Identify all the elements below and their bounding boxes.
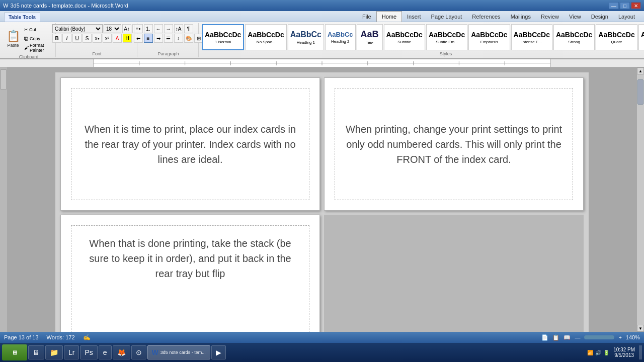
format-painter-button[interactable]: 🖌 Format Painter	[23, 44, 53, 52]
style-item-2[interactable]: AaBbCcHeading 1	[288, 24, 324, 50]
minimize-button[interactable]: —	[609, 2, 619, 9]
style-item-3[interactable]: AaBbCcHeading 2	[325, 24, 356, 50]
align-center-button[interactable]: ≡	[144, 34, 153, 43]
subscript-button[interactable]: x₂	[93, 34, 102, 43]
card-2[interactable]: When printing, change your print setting…	[324, 77, 584, 211]
font-name-select[interactable]: Calibri (Body)	[52, 24, 103, 33]
taskbar-chrome[interactable]: ⊙	[131, 345, 146, 359]
firefox-icon: 🦊	[117, 348, 126, 356]
taskbar-computer[interactable]: 🖥	[28, 345, 44, 359]
taskbar: ⊞ 🖥 📁 Lr Ps e 🦊 ⊙ W 3d5 note cards - tem…	[0, 343, 644, 362]
tab-page-layout[interactable]: Page Layout	[426, 12, 467, 22]
font-group: Calibri (Body) 18 A↑ A↓ B I U S x₂ x² A …	[57, 23, 137, 57]
card-3[interactable]: When that is done printing, take the sta…	[60, 215, 320, 332]
bullets-button[interactable]: ≡•	[134, 24, 143, 33]
style-item-1[interactable]: AaBbCcDcNo Spac...	[245, 24, 286, 50]
zoom-out-button[interactable]: —	[575, 334, 580, 340]
indent-decrease-button[interactable]: ←	[154, 24, 163, 33]
taskbar-vlc[interactable]: ▶	[211, 345, 226, 359]
style-item-4[interactable]: AaBTitle	[357, 24, 383, 50]
taskbar-folder[interactable]: 📁	[45, 345, 63, 359]
style-item-5[interactable]: AaBbCcDcSubtitle	[384, 24, 425, 50]
ie-icon: e	[103, 348, 107, 356]
sort-button[interactable]: ↕A	[174, 24, 183, 33]
close-button[interactable]: ✕	[631, 2, 641, 9]
underline-button[interactable]: U	[72, 34, 82, 43]
card-1[interactable]: When it is time to print, place our inde…	[60, 77, 320, 211]
bold-button[interactable]: B	[52, 34, 61, 43]
style-item-6[interactable]: AaBbCcDcSubtle Em...	[426, 24, 467, 50]
align-right-button[interactable]: ➡	[154, 34, 163, 43]
taskbar-lightroom[interactable]: Lr	[64, 345, 79, 359]
clipboard-group: 📋 Paste ✂ Cut ⿻ Copy 🖌 Format Painter Cl…	[2, 23, 56, 57]
paste-button[interactable]: 📋 Paste	[4, 24, 22, 53]
ribbon-tabs: Table Tools File Home Insert Page Layout…	[0, 11, 644, 22]
style-item-7[interactable]: AaBbCcDcEmphasis	[468, 24, 510, 50]
numbering-button[interactable]: 1.	[144, 24, 153, 33]
show-desktop-button[interactable]	[639, 345, 642, 359]
show-formatting-button[interactable]: ¶	[184, 24, 193, 33]
status-right: 📄 📋 📖 — + 140%	[541, 334, 640, 341]
taskbar-right: 📶 🔊 🔋 10:32 PM 9/5/2013	[587, 345, 642, 359]
cut-button[interactable]: ✂ Cut	[23, 26, 53, 34]
view-toggle[interactable]	[1, 69, 7, 89]
tab-insert[interactable]: Insert	[402, 12, 426, 22]
style-item-0[interactable]: AaBbCcDc1 Normal	[202, 24, 244, 50]
shading-button[interactable]: 🎨	[184, 34, 193, 43]
scroll-down-button[interactable]: ▼	[637, 325, 644, 332]
font-color-button[interactable]: A	[113, 34, 122, 43]
tab-design[interactable]: Design	[586, 12, 613, 22]
clipboard-label: Clipboard	[19, 53, 39, 59]
highlight-button[interactable]: H	[123, 34, 132, 43]
ruler	[0, 59, 644, 67]
scroll-knob[interactable]	[637, 79, 643, 105]
title-text: 3d5 note cards - template.docx - Microso…	[10, 3, 128, 9]
indent-increase-button[interactable]: →	[164, 24, 173, 33]
zoom-slider[interactable]	[584, 335, 614, 339]
tab-review[interactable]: Review	[536, 12, 564, 22]
clock[interactable]: 10:32 PM 9/5/2013	[613, 347, 635, 358]
ruler-inner	[93, 59, 551, 67]
card-3-inner: When that is done printing, take the sta…	[71, 225, 309, 332]
line-spacing-button[interactable]: ↕	[174, 34, 183, 43]
page-info: Page 13 of 13	[4, 334, 39, 340]
strikethrough-button[interactable]: S	[83, 34, 92, 43]
card-1-text: When it is time to print, place our inde…	[82, 122, 299, 167]
taskbar-word[interactable]: W 3d5 note cards - tem...	[147, 345, 210, 359]
style-item-8[interactable]: AaBbCcDcIntense E...	[511, 24, 552, 50]
styles-group: AaBbCcDc1 NormalAaBbCcDcNo Spac...AaBbCc…	[200, 23, 644, 57]
align-left-button[interactable]: ⬅	[134, 34, 143, 43]
view-layout-button[interactable]: 📋	[552, 334, 559, 341]
style-item-10[interactable]: AaBbCcDcQuote	[596, 24, 637, 50]
scroll-up-button[interactable]: ▲	[637, 67, 644, 74]
ribbon: 📋 Paste ✂ Cut ⿻ Copy 🖌 Format Painter Cl…	[0, 22, 644, 59]
tab-references[interactable]: References	[467, 12, 505, 22]
word-page: When it is time to print, place our inde…	[55, 72, 589, 332]
lightroom-icon: Lr	[68, 348, 74, 356]
tab-home[interactable]: Home	[376, 11, 402, 22]
copy-button[interactable]: ⿻ Copy	[23, 35, 53, 43]
taskbar-firefox[interactable]: 🦊	[113, 345, 130, 359]
zoom-in-button[interactable]: +	[618, 334, 621, 340]
grow-font-button[interactable]: A↑	[122, 24, 131, 33]
taskbar-photoshop[interactable]: Ps	[80, 345, 97, 359]
start-button[interactable]: ⊞	[2, 344, 27, 360]
vlc-icon: ▶	[216, 348, 221, 356]
style-item-11[interactable]: AaBbCcDcIntense Q...	[638, 24, 644, 50]
page-area[interactable]: When it is time to print, place our inde…	[7, 67, 637, 332]
taskbar-ie[interactable]: e	[99, 345, 112, 359]
justify-button[interactable]: ☰	[164, 34, 173, 43]
main-area: When it is time to print, place our inde…	[0, 67, 644, 332]
tab-file[interactable]: File	[357, 12, 376, 22]
italic-button[interactable]: I	[62, 34, 71, 43]
maximize-button[interactable]: □	[620, 2, 630, 9]
vertical-scrollbar[interactable]: ▲ ▼	[637, 67, 644, 332]
superscript-button[interactable]: x²	[103, 34, 112, 43]
view-normal-button[interactable]: 📄	[541, 334, 548, 341]
style-item-9[interactable]: AaBbCcDcStrong	[553, 24, 595, 50]
font-size-select[interactable]: 18	[104, 24, 121, 33]
tab-mailings[interactable]: Mailings	[506, 12, 536, 22]
tab-view[interactable]: View	[564, 12, 586, 22]
tab-layout[interactable]: Layout	[613, 12, 640, 22]
view-read-button[interactable]: 📖	[564, 334, 571, 341]
